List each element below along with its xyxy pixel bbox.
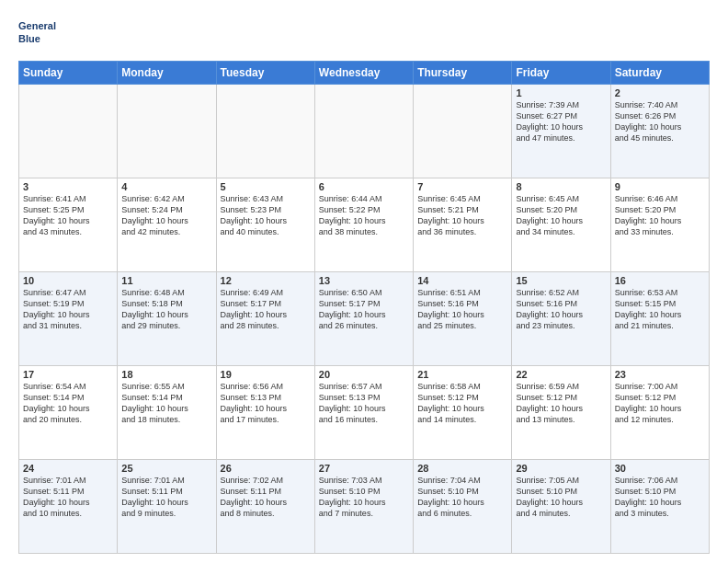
- calendar-header-wednesday: Wednesday: [314, 62, 413, 85]
- calendar-header-row: SundayMondayTuesdayWednesdayThursdayFrid…: [19, 62, 710, 85]
- calendar-cell: 30Sunrise: 7:06 AM Sunset: 5:10 PM Dayli…: [610, 460, 709, 554]
- day-info: Sunrise: 6:48 AM Sunset: 5:18 PM Dayligh…: [121, 287, 211, 332]
- day-number: 16: [615, 275, 705, 286]
- day-info: Sunrise: 6:59 AM Sunset: 5:12 PM Dayligh…: [516, 381, 606, 426]
- calendar-cell: 21Sunrise: 6:58 AM Sunset: 5:12 PM Dayli…: [414, 366, 512, 460]
- day-info: Sunrise: 7:00 AM Sunset: 5:12 PM Dayligh…: [615, 381, 705, 426]
- svg-text:General: General: [18, 20, 56, 31]
- day-number: 7: [417, 181, 507, 192]
- day-info: Sunrise: 7:03 AM Sunset: 5:10 PM Dayligh…: [319, 475, 409, 520]
- calendar-week-row: 3Sunrise: 6:41 AM Sunset: 5:25 PM Daylig…: [19, 178, 710, 272]
- day-number: 1: [516, 87, 606, 98]
- day-number: 11: [121, 275, 211, 286]
- calendar-cell: [118, 85, 216, 178]
- day-number: 15: [516, 275, 606, 286]
- day-number: 18: [121, 369, 211, 380]
- day-info: Sunrise: 6:52 AM Sunset: 5:16 PM Dayligh…: [516, 287, 606, 332]
- day-number: 25: [121, 463, 211, 474]
- day-info: Sunrise: 7:39 AM Sunset: 6:27 PM Dayligh…: [516, 99, 606, 144]
- day-number: 9: [615, 181, 705, 192]
- day-number: 27: [319, 463, 409, 474]
- calendar-cell: 15Sunrise: 6:52 AM Sunset: 5:16 PM Dayli…: [512, 272, 610, 366]
- day-number: 17: [23, 369, 113, 380]
- day-number: 3: [23, 181, 113, 192]
- calendar-cell: 23Sunrise: 7:00 AM Sunset: 5:12 PM Dayli…: [610, 366, 709, 460]
- calendar-cell: 2Sunrise: 7:40 AM Sunset: 6:26 PM Daylig…: [610, 85, 709, 178]
- calendar-cell: 12Sunrise: 6:49 AM Sunset: 5:17 PM Dayli…: [216, 272, 314, 366]
- calendar-week-row: 1Sunrise: 7:39 AM Sunset: 6:27 PM Daylig…: [19, 85, 710, 178]
- day-info: Sunrise: 6:46 AM Sunset: 5:20 PM Dayligh…: [615, 193, 705, 238]
- calendar-cell: 8Sunrise: 6:45 AM Sunset: 5:20 PM Daylig…: [512, 178, 610, 272]
- day-info: Sunrise: 7:40 AM Sunset: 6:26 PM Dayligh…: [615, 99, 705, 144]
- calendar-cell: [414, 85, 512, 178]
- day-info: Sunrise: 6:57 AM Sunset: 5:13 PM Dayligh…: [319, 381, 409, 426]
- day-info: Sunrise: 6:44 AM Sunset: 5:22 PM Dayligh…: [319, 193, 409, 238]
- day-number: 10: [23, 275, 113, 286]
- day-number: 29: [516, 463, 606, 474]
- day-info: Sunrise: 6:47 AM Sunset: 5:19 PM Dayligh…: [23, 287, 113, 332]
- day-number: 2: [615, 87, 705, 98]
- calendar-cell: 11Sunrise: 6:48 AM Sunset: 5:18 PM Dayli…: [118, 272, 216, 366]
- day-info: Sunrise: 6:56 AM Sunset: 5:13 PM Dayligh…: [221, 381, 311, 426]
- calendar-week-row: 10Sunrise: 6:47 AM Sunset: 5:19 PM Dayli…: [19, 272, 710, 366]
- calendar-cell: [19, 85, 118, 178]
- calendar-cell: 10Sunrise: 6:47 AM Sunset: 5:19 PM Dayli…: [19, 272, 118, 366]
- calendar-cell: 5Sunrise: 6:43 AM Sunset: 5:23 PM Daylig…: [216, 178, 314, 272]
- calendar-cell: 24Sunrise: 7:01 AM Sunset: 5:11 PM Dayli…: [19, 460, 118, 554]
- day-info: Sunrise: 7:04 AM Sunset: 5:10 PM Dayligh…: [417, 475, 507, 520]
- calendar-cell: 14Sunrise: 6:51 AM Sunset: 5:16 PM Dayli…: [414, 272, 512, 366]
- day-number: 13: [319, 275, 409, 286]
- calendar-cell: 7Sunrise: 6:45 AM Sunset: 5:21 PM Daylig…: [414, 178, 512, 272]
- day-info: Sunrise: 6:42 AM Sunset: 5:24 PM Dayligh…: [121, 193, 211, 238]
- day-number: 8: [516, 181, 606, 192]
- day-info: Sunrise: 6:45 AM Sunset: 5:20 PM Dayligh…: [516, 193, 606, 238]
- day-number: 19: [221, 369, 311, 380]
- day-number: 28: [417, 463, 507, 474]
- day-number: 6: [319, 181, 409, 192]
- day-info: Sunrise: 6:53 AM Sunset: 5:15 PM Dayligh…: [615, 287, 705, 332]
- day-info: Sunrise: 7:06 AM Sunset: 5:10 PM Dayligh…: [615, 475, 705, 520]
- day-info: Sunrise: 7:01 AM Sunset: 5:11 PM Dayligh…: [121, 475, 211, 520]
- day-number: 20: [319, 369, 409, 380]
- logo-svg: General Blue: [18, 15, 64, 52]
- calendar-table: SundayMondayTuesdayWednesdayThursdayFrid…: [18, 61, 710, 554]
- calendar-cell: 9Sunrise: 6:46 AM Sunset: 5:20 PM Daylig…: [610, 178, 709, 272]
- calendar-cell: 20Sunrise: 6:57 AM Sunset: 5:13 PM Dayli…: [314, 366, 413, 460]
- day-number: 26: [221, 463, 311, 474]
- svg-text:Blue: Blue: [18, 33, 40, 44]
- calendar-cell: 26Sunrise: 7:02 AM Sunset: 5:11 PM Dayli…: [216, 460, 314, 554]
- day-info: Sunrise: 6:51 AM Sunset: 5:16 PM Dayligh…: [417, 287, 507, 332]
- day-number: 5: [221, 181, 311, 192]
- calendar-cell: [314, 85, 413, 178]
- calendar-cell: 6Sunrise: 6:44 AM Sunset: 5:22 PM Daylig…: [314, 178, 413, 272]
- calendar-cell: 18Sunrise: 6:55 AM Sunset: 5:14 PM Dayli…: [118, 366, 216, 460]
- day-number: 30: [615, 463, 705, 474]
- calendar-header-sunday: Sunday: [19, 62, 118, 85]
- calendar-header-monday: Monday: [118, 62, 216, 85]
- day-number: 24: [23, 463, 113, 474]
- calendar-cell: 16Sunrise: 6:53 AM Sunset: 5:15 PM Dayli…: [610, 272, 709, 366]
- day-number: 12: [221, 275, 311, 286]
- day-info: Sunrise: 6:54 AM Sunset: 5:14 PM Dayligh…: [23, 381, 113, 426]
- calendar-cell: 22Sunrise: 6:59 AM Sunset: 5:12 PM Dayli…: [512, 366, 610, 460]
- calendar-cell: 25Sunrise: 7:01 AM Sunset: 5:11 PM Dayli…: [118, 460, 216, 554]
- day-info: Sunrise: 7:01 AM Sunset: 5:11 PM Dayligh…: [23, 475, 113, 520]
- calendar-cell: 28Sunrise: 7:04 AM Sunset: 5:10 PM Dayli…: [414, 460, 512, 554]
- calendar-cell: 19Sunrise: 6:56 AM Sunset: 5:13 PM Dayli…: [216, 366, 314, 460]
- calendar-cell: 27Sunrise: 7:03 AM Sunset: 5:10 PM Dayli…: [314, 460, 413, 554]
- calendar-cell: 1Sunrise: 7:39 AM Sunset: 6:27 PM Daylig…: [512, 85, 610, 178]
- day-info: Sunrise: 6:50 AM Sunset: 5:17 PM Dayligh…: [319, 287, 409, 332]
- logo: General Blue: [18, 15, 64, 52]
- svg-marker-2: [57, 17, 64, 24]
- calendar-cell: 3Sunrise: 6:41 AM Sunset: 5:25 PM Daylig…: [19, 178, 118, 272]
- day-info: Sunrise: 6:41 AM Sunset: 5:25 PM Dayligh…: [23, 193, 113, 238]
- calendar-cell: 29Sunrise: 7:05 AM Sunset: 5:10 PM Dayli…: [512, 460, 610, 554]
- day-number: 21: [417, 369, 507, 380]
- calendar-header-thursday: Thursday: [414, 62, 512, 85]
- day-number: 14: [417, 275, 507, 286]
- calendar-cell: 4Sunrise: 6:42 AM Sunset: 5:24 PM Daylig…: [118, 178, 216, 272]
- calendar-week-row: 24Sunrise: 7:01 AM Sunset: 5:11 PM Dayli…: [19, 460, 710, 554]
- day-number: 23: [615, 369, 705, 380]
- calendar-header-friday: Friday: [512, 62, 610, 85]
- day-info: Sunrise: 6:58 AM Sunset: 5:12 PM Dayligh…: [417, 381, 507, 426]
